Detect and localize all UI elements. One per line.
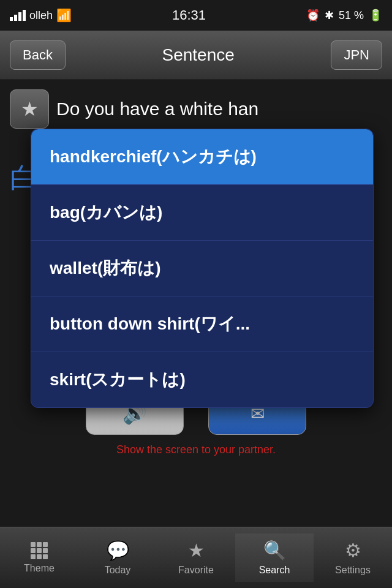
dropdown-item-text-3: button down shirt(ワイ... (50, 314, 250, 333)
tab-theme[interactable]: Theme (0, 536, 78, 580)
word-dropdown: handkerchief(ハンカチは) bag(カバンは) wallet(財布は… (31, 129, 374, 408)
tab-search[interactable]: 🔍 Search (235, 533, 314, 582)
dropdown-item-1[interactable]: bag(カバンは) (31, 185, 373, 241)
dropdown-item-3[interactable]: button down shirt(ワイ... (31, 296, 373, 352)
dropdown-item-text-4: skirt(スカートは) (50, 370, 186, 389)
lang-button[interactable]: JPN (331, 40, 382, 70)
partner-text: Show the screen to your partner. (0, 443, 392, 456)
dropdown-item-text-2: wallet(財布は) (50, 258, 160, 277)
signal-bar-1 (10, 17, 13, 21)
tab-today-label: Today (105, 565, 131, 576)
alarm-icon: ⏰ (306, 9, 320, 22)
tab-bar: Theme 💬 Today ★ Favorite 🔍 Search ⚙ Sett… (0, 527, 392, 588)
battery-label: 51 % (339, 9, 364, 22)
today-icon: 💬 (107, 540, 129, 561)
bluetooth-icon: ✱ (325, 9, 334, 22)
tab-today[interactable]: 💬 Today (78, 533, 157, 582)
carrier-label: olleh (29, 9, 53, 22)
sentence-area: ★ Do you have a white han (0, 80, 392, 129)
signal-bar-3 (18, 12, 21, 21)
status-left: olleh 📶 (10, 8, 72, 23)
tab-search-label: Search (259, 565, 290, 576)
tab-settings[interactable]: ⚙ Settings (314, 533, 392, 582)
signal-bars (10, 10, 26, 21)
nav-bar: Back Sentence JPN (0, 31, 392, 80)
gear-icon: ⚙ (345, 540, 361, 561)
dropdown-item-4[interactable]: skirt(スカートは) (31, 352, 373, 407)
tab-favorite-label: Favorite (178, 565, 214, 576)
status-time: 16:31 (172, 7, 206, 23)
back-button[interactable]: Back (10, 40, 66, 70)
signal-bar-4 (23, 10, 26, 21)
tab-theme-label: Theme (24, 563, 55, 574)
favorite-icon: ★ (188, 540, 205, 561)
signal-bar-2 (14, 15, 17, 21)
main-content: ★ Do you have a white han handkerchief(ハ… (0, 80, 392, 508)
dropdown-item-text-1: bag(カバンは) (50, 203, 162, 222)
wifi-icon: 📶 (56, 8, 72, 23)
dropdown-item-text-0: handkerchief(ハンカチは) (50, 147, 257, 166)
favorite-button[interactable]: ★ (10, 89, 49, 129)
battery-icon: 🔋 (369, 9, 382, 22)
tab-settings-label: Settings (335, 565, 371, 576)
status-right: ⏰ ✱ 51 % 🔋 (306, 9, 382, 22)
dropdown-item-2[interactable]: wallet(財布は) (31, 241, 373, 296)
tab-favorite[interactable]: ★ Favorite (157, 533, 235, 582)
theme-icon (31, 542, 48, 559)
dropdown-item-0[interactable]: handkerchief(ハンカチは) (31, 129, 373, 185)
search-icon: 🔍 (263, 540, 286, 561)
status-bar: olleh 📶 16:31 ⏰ ✱ 51 % 🔋 (0, 0, 392, 31)
nav-title: Sentence (162, 45, 235, 65)
sentence-text: Do you have a white han (56, 99, 258, 119)
star-icon: ★ (21, 97, 39, 121)
